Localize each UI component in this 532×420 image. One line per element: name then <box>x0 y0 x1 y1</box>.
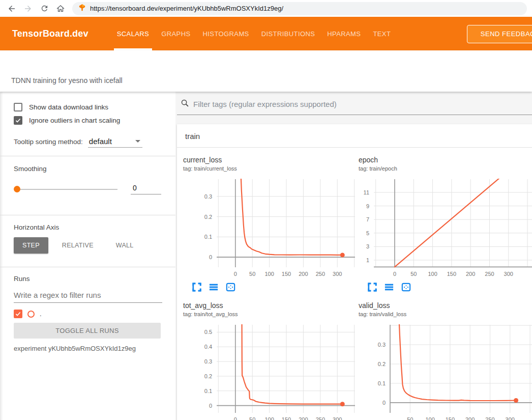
ignore-outliers-checkbox[interactable] <box>14 116 22 125</box>
svg-text:150: 150 <box>282 416 291 420</box>
axis-option-relative[interactable]: RELATIVE <box>53 237 102 254</box>
tab-distributions[interactable]: DISTRIBUTIONS <box>255 17 321 50</box>
horizontal-axis-options: STEPRELATIVEWALL <box>14 237 162 257</box>
line-chart-plot[interactable]: 05010015020025030000.10.20.3 <box>183 175 355 279</box>
chart-tag: tag: train/epoch <box>359 165 532 172</box>
svg-text:0.3: 0.3 <box>204 193 212 200</box>
app-header: TensorBoard.dev SCALARSGRAPHSHISTOGRAMSD… <box>0 17 532 50</box>
fit-domain-to-data-icon[interactable] <box>401 283 410 292</box>
home-icon[interactable] <box>54 2 67 15</box>
chart-tot_avg_loss: tot_avg_losstag: train/tot_avg_loss05010… <box>183 301 359 420</box>
send-feedback-button[interactable]: SEND FEEDBACK <box>467 25 532 43</box>
tooltip-sorting-value: default <box>89 137 112 146</box>
search-icon <box>181 99 189 109</box>
svg-text:100: 100 <box>428 271 437 277</box>
svg-text:250: 250 <box>316 416 325 420</box>
tooltip-sorting-label: Tooltip sorting method: <box>14 138 83 146</box>
line-chart-plot[interactable]: 0501001502002503001357911 <box>359 175 532 279</box>
svg-text:300: 300 <box>504 271 513 277</box>
show-download-links-checkbox[interactable] <box>14 103 22 111</box>
svg-text:0.2: 0.2 <box>204 214 212 220</box>
svg-text:250: 250 <box>316 271 325 277</box>
svg-text:300: 300 <box>333 271 342 277</box>
settings-sidebar: Show data download links Ignore outliers… <box>0 92 175 420</box>
svg-text:150: 150 <box>282 271 291 277</box>
smoothing-label: Smoothing <box>14 165 162 173</box>
reload-icon[interactable] <box>38 2 51 15</box>
svg-text:0: 0 <box>209 403 212 409</box>
svg-text:200: 200 <box>299 416 308 420</box>
chart-epoch: epochtag: train/epoch0501001502002503001… <box>359 156 532 293</box>
smoothing-value-input[interactable]: 0 <box>131 184 161 194</box>
svg-text:0: 0 <box>382 400 386 406</box>
svg-text:7: 7 <box>366 216 369 222</box>
run-color-swatch[interactable] <box>27 311 35 318</box>
svg-text:0: 0 <box>393 271 396 277</box>
fit-domain-to-data-icon[interactable] <box>226 283 235 292</box>
tab-text[interactable]: TEXT <box>367 17 397 50</box>
svg-text:0.3: 0.3 <box>204 358 212 365</box>
tab-hparams[interactable]: HPARAMS <box>321 17 367 50</box>
chevron-down-icon <box>135 140 140 143</box>
charts-grid: current_losstag: train/current_loss05010… <box>177 148 532 420</box>
chart-title: current_loss <box>183 156 359 164</box>
forward-icon <box>21 2 35 15</box>
line-chart-plot[interactable]: 05010015020025030000.10.20.30.40.5 <box>183 321 355 420</box>
dashboard-main: Filter tags (regular expressions support… <box>175 92 532 420</box>
browser-toolbar: https://tensorboard.dev/experiment/yKUbh… <box>0 0 532 17</box>
chart-tag: tag: train/current_loss <box>183 165 359 172</box>
experiment-bar: TDNN training for yesno with icefall <box>0 50 532 92</box>
nav-tabs: SCALARSGRAPHSHISTOGRAMSDISTRIBUTIONSHPAR… <box>111 17 397 50</box>
svg-text:150: 150 <box>447 271 456 277</box>
expand-fullscreen-icon[interactable] <box>368 283 377 292</box>
ignore-outliers-label: Ignore outliers in chart scaling <box>29 117 120 124</box>
chart-valid_loss: valid_losstag: train/valid_loss501001502… <box>359 301 532 420</box>
tab-scalars[interactable]: SCALARS <box>111 17 156 50</box>
svg-text:9: 9 <box>366 203 369 209</box>
svg-text:0.4: 0.4 <box>204 344 212 350</box>
runs-label: Runs <box>14 275 162 283</box>
svg-text:300: 300 <box>333 416 342 420</box>
svg-text:50: 50 <box>249 271 255 277</box>
tag-group-card: train current_losstag: train/current_los… <box>177 124 532 420</box>
runs-filter-input[interactable]: Write a regex to filter runs <box>14 291 162 303</box>
svg-text:0: 0 <box>234 416 237 420</box>
tab-histograms[interactable]: HISTOGRAMS <box>197 17 255 50</box>
svg-text:250: 250 <box>485 271 494 277</box>
svg-text:100: 100 <box>425 416 434 420</box>
svg-text:300: 300 <box>506 416 515 420</box>
tag-group-title[interactable]: train <box>177 124 532 147</box>
show-download-links-label: Show data download links <box>29 103 108 111</box>
tooltip-sorting-dropdown[interactable]: default <box>88 137 142 148</box>
address-bar[interactable]: https://tensorboard.dev/experiment/yKUbh… <box>72 2 527 15</box>
smoothing-slider[interactable] <box>15 189 117 190</box>
toggle-all-runs-button[interactable]: TOGGLE ALL RUNS <box>14 323 161 339</box>
svg-text:50: 50 <box>407 416 413 420</box>
svg-text:0.2: 0.2 <box>378 361 386 367</box>
expand-fullscreen-icon[interactable] <box>192 283 201 292</box>
svg-text:50: 50 <box>249 416 255 420</box>
svg-text:0.5: 0.5 <box>204 329 212 335</box>
svg-text:0.1: 0.1 <box>378 380 386 386</box>
run-name: . <box>40 310 42 318</box>
toggle-y-axis-icon[interactable] <box>209 283 218 292</box>
svg-text:250: 250 <box>485 416 494 420</box>
tab-graphs[interactable]: GRAPHS <box>155 17 196 50</box>
svg-text:200: 200 <box>299 271 308 277</box>
run-checkbox[interactable] <box>14 310 22 318</box>
toggle-y-axis-icon[interactable] <box>385 283 394 292</box>
chart-title: epoch <box>359 156 532 164</box>
svg-text:3: 3 <box>366 243 369 249</box>
smoothing-slider-knob[interactable] <box>14 186 20 192</box>
chart-tag: tag: train/valid_loss <box>359 311 532 318</box>
experiment-title: TDNN training for yesno with icefall <box>11 76 123 85</box>
svg-text:5: 5 <box>366 230 369 236</box>
line-chart-plot[interactable]: 5010015020025030000.10.20.3 <box>359 321 532 420</box>
back-icon[interactable] <box>5 2 18 15</box>
svg-text:0.3: 0.3 <box>378 342 386 348</box>
tag-filter[interactable]: Filter tags (regular expressions support… <box>177 97 532 115</box>
svg-text:0: 0 <box>234 271 237 277</box>
axis-option-wall[interactable]: WALL <box>107 237 142 254</box>
svg-text:200: 200 <box>465 416 475 420</box>
axis-option-step[interactable]: STEP <box>14 237 48 254</box>
